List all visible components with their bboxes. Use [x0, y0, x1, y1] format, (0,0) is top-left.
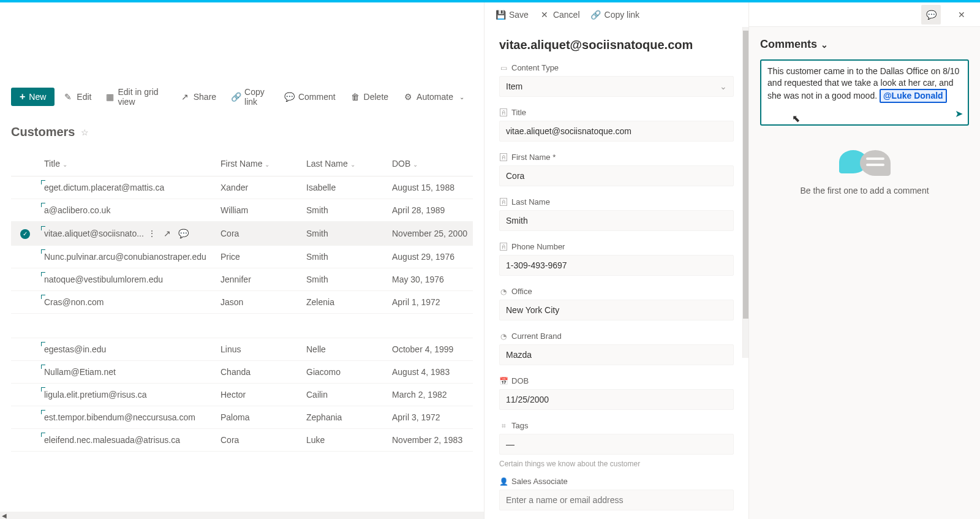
row-last-name: Smith — [301, 245, 387, 268]
detail-scrollbar[interactable] — [742, 27, 748, 358]
calendar-icon: 📅 — [499, 377, 508, 385]
more-icon[interactable]: ⋮ — [148, 229, 156, 238]
favorite-star-icon[interactable]: ☆ — [81, 127, 89, 137]
table-row[interactable]: eleifend.nec.malesuada@atrisus.caCoraLuk… — [11, 428, 473, 451]
list-toolbar: + New ✎Edit ▦Edit in grid view ↗Share 🔗C… — [11, 83, 473, 110]
horizontal-scrollbar[interactable]: ◀ — [0, 512, 484, 519]
dob-input[interactable]: 11/25/2000 — [499, 389, 734, 410]
scroll-left-icon[interactable]: ◀ — [0, 512, 9, 519]
send-comment-button[interactable]: ➤ — [955, 107, 963, 121]
comment-textarea[interactable]: This customer came in to the Dallas Offi… — [760, 59, 969, 126]
detail-copy-link-button[interactable]: 🔗Copy link — [591, 10, 640, 20]
chevron-down-icon: ⌄ — [413, 161, 418, 168]
row-dob: April 28, 1989 — [387, 199, 473, 222]
col-last-name[interactable]: Last Name⌄ — [301, 151, 387, 176]
row-last-name: Zephania — [301, 406, 387, 428]
dob-label: DOB — [511, 376, 529, 385]
table-row[interactable]: natoque@vestibulumlorem.eduJenniferSmith… — [11, 268, 473, 290]
content-type-select[interactable]: Item⌄ — [499, 76, 734, 97]
row-dob: November 25, 2000 — [387, 222, 473, 246]
table-row[interactable]: Nullam@Etiam.netChandaGiacomoAugust 4, 1… — [11, 360, 473, 383]
detail-action-bar: 💾Save ✕Cancel 🔗Copy link — [484, 2, 748, 27]
cancel-button[interactable]: ✕Cancel — [540, 10, 580, 20]
table-row[interactable]: ligula.elit.pretium@risus.caHectorCailin… — [11, 383, 473, 406]
tag-icon: ⌗ — [499, 422, 508, 430]
col-dob[interactable]: DOB⌄ — [387, 151, 473, 176]
row-title[interactable]: eleifend.nec.malesuada@atrisus.ca — [44, 435, 180, 445]
copy-link-button[interactable]: 🔗Copy link — [225, 83, 276, 110]
row-last-name: Zelenia — [301, 290, 387, 313]
toggle-comments-icon[interactable]: 💬 — [921, 5, 941, 25]
row-title[interactable]: natoque@vestibulumlorem.edu — [44, 275, 163, 284]
close-icon: ✕ — [540, 10, 549, 20]
table-row[interactable]: egestas@in.eduLinusNelleOctober 4, 1999 — [11, 338, 473, 360]
title-input[interactable]: vitae.aliquet@sociisnatoque.com — [499, 121, 734, 142]
row-title[interactable]: egestas@in.edu — [44, 344, 106, 354]
list-panel: + New ✎Edit ▦Edit in grid view ↗Share 🔗C… — [0, 2, 484, 519]
table-row[interactable]: a@aclibero.co.ukWilliamSmithApril 28, 19… — [11, 199, 473, 222]
row-title[interactable]: ligula.elit.pretium@risus.ca — [44, 390, 147, 400]
edit-button[interactable]: ✎Edit — [57, 88, 97, 105]
row-title[interactable]: a@aclibero.co.uk — [44, 205, 110, 215]
row-title[interactable]: Nullam@Etiam.net — [44, 367, 116, 377]
phone-input[interactable]: 1-309-493-9697 — [499, 255, 734, 276]
detail-panel: 💾Save ✕Cancel 🔗Copy link vitae.aliquet@s… — [484, 2, 748, 519]
share-row-icon[interactable]: ↗ — [164, 229, 171, 238]
table-row[interactable]: Nunc.pulvinar.arcu@conubianostraper.eduP… — [11, 245, 473, 268]
plus-icon: + — [20, 91, 25, 102]
new-button[interactable]: + New — [11, 88, 55, 106]
last-name-input[interactable]: Smith — [499, 210, 734, 231]
first-name-input[interactable]: Cora — [499, 165, 734, 186]
new-label: New — [29, 92, 46, 102]
row-first-name: Linus — [216, 338, 301, 360]
row-last-name: Cailin — [301, 383, 387, 406]
row-title[interactable]: vitae.aliquet@sociisnato... — [44, 229, 144, 238]
last-name-label: Last Name — [511, 197, 550, 206]
row-title[interactable]: Cras@non.com — [44, 297, 104, 307]
link-icon: 🔗 — [591, 10, 601, 20]
edit-grid-button[interactable]: ▦Edit in grid view — [100, 83, 171, 110]
close-panel-button[interactable]: ✕ — [952, 5, 971, 25]
col-title[interactable]: Title⌄ — [39, 151, 216, 176]
row-first-name: William — [216, 199, 301, 222]
comment-row-icon[interactable]: 💬 — [178, 229, 189, 238]
row-last-name: Luke — [301, 428, 387, 451]
content-type-icon: ▭ — [499, 64, 508, 72]
row-last-name: Smith — [301, 222, 387, 246]
table-row[interactable]: Cras@non.comJasonZeleniaApril 1, 1972 — [11, 290, 473, 313]
comments-panel: 💬 ✕ Comments ⌄ This customer came in to … — [748, 2, 980, 519]
row-title[interactable]: eget.dictum.placerat@mattis.ca — [44, 183, 164, 192]
table-row[interactable]: eget.dictum.placerat@mattis.caXanderIsab… — [11, 176, 473, 199]
table-row[interactable]: ✓vitae.aliquet@sociisnato...⋮↗💬CoraSmith… — [11, 222, 473, 246]
table-row[interactable]: est.tempor.bibendum@neccursusa.comPaloma… — [11, 406, 473, 428]
choice-icon: ◔ — [499, 332, 508, 341]
detail-heading: vitae.aliquet@sociisnatoque.com — [499, 38, 734, 52]
save-button[interactable]: 💾Save — [496, 10, 529, 20]
automate-button[interactable]: ⚙Automate⌄ — [397, 88, 473, 105]
row-title[interactable]: est.tempor.bibendum@neccursusa.com — [44, 412, 195, 422]
scroll-thumb[interactable] — [743, 31, 748, 319]
trash-icon: 🗑 — [350, 92, 360, 102]
row-dob: April 3, 1972 — [387, 406, 473, 428]
row-title[interactable]: Nunc.pulvinar.arcu@conubianostraper.edu — [44, 252, 206, 262]
comment-button[interactable]: 💬Comment — [279, 88, 342, 105]
row-dob: March 2, 1982 — [387, 383, 473, 406]
chevron-down-icon: ⌄ — [720, 81, 727, 91]
brand-input[interactable]: Mazda — [499, 344, 734, 365]
selected-check-icon[interactable]: ✓ — [20, 229, 30, 239]
mention-pill[interactable]: @Luke Donald — [880, 89, 947, 103]
delete-button[interactable]: 🗑Delete — [344, 88, 394, 105]
col-first-name[interactable]: First Name⌄ — [216, 151, 301, 176]
row-first-name: Chanda — [216, 360, 301, 383]
row-dob: April 1, 1972 — [387, 290, 473, 313]
field-note: Certain things we know about the custome… — [499, 460, 734, 468]
tags-input[interactable]: — — [499, 434, 734, 455]
sales-associate-input[interactable] — [499, 490, 734, 510]
empty-comments-text: Be the first one to add a comment — [760, 186, 969, 195]
share-button[interactable]: ↗Share — [174, 88, 222, 105]
comments-header[interactable]: Comments ⌄ — [760, 38, 969, 51]
row-dob: October 4, 1999 — [387, 338, 473, 360]
chevron-down-icon: ⌄ — [62, 161, 67, 168]
office-input[interactable]: New York City — [499, 300, 734, 320]
choice-icon: ◔ — [499, 287, 508, 296]
